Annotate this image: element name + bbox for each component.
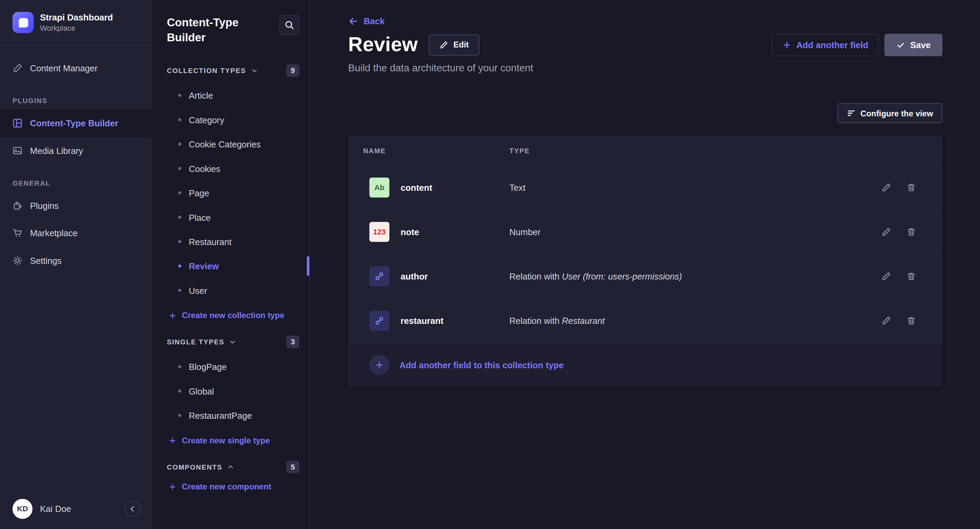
layout-grid-icon: [13, 118, 22, 128]
configure-the-view-button[interactable]: Configure the view: [837, 103, 942, 123]
add-another-field-label: Add another field: [796, 40, 869, 49]
number-field-badge: 123: [369, 222, 389, 242]
trash-icon: [906, 183, 916, 193]
edit-button[interactable]: Edit: [429, 34, 479, 55]
subnav-item-label: Global: [189, 386, 214, 396]
sidebar-item-marketplace[interactable]: Marketplace: [0, 220, 152, 247]
back-label: Back: [364, 16, 385, 26]
sidebar-item-content-manager[interactable]: Content Manager: [0, 54, 152, 82]
sidebar-item-plugins[interactable]: Plugins: [0, 192, 152, 220]
save-button[interactable]: Save: [885, 33, 942, 56]
section-label: COMPONENTS: [167, 463, 223, 471]
subnav-item-restaurant[interactable]: Restaurant: [152, 229, 310, 253]
subnav-item-label: Article: [189, 91, 213, 100]
edit-field-button[interactable]: [880, 314, 892, 327]
image-icon: [13, 146, 22, 156]
chevron-down-icon: [229, 338, 237, 346]
add-another-field-button[interactable]: Add another field: [772, 33, 879, 56]
components-section-header[interactable]: COMPONENTS 5: [152, 460, 310, 474]
field-name: restaurant: [401, 316, 509, 326]
subnav-item-label: BlogPage: [189, 362, 227, 372]
sidebar-item-label: Marketplace: [30, 228, 78, 238]
create-new-component-link[interactable]: Create new component: [152, 482, 310, 491]
subnav-item-cookie-categories[interactable]: Cookie Categories: [152, 132, 310, 156]
subnav-item-label: RestaurantPage: [189, 410, 252, 420]
subnav-item-label: Restaurant: [189, 236, 231, 246]
pencil-icon: [881, 227, 891, 237]
table-row: 123 note Number: [348, 210, 942, 254]
field-type: Relation with Restaurant: [509, 316, 880, 326]
app-window: Strapi Dashboard Workplace Content Manag…: [0, 0, 980, 529]
subnav-title: Content-Type Builder: [167, 15, 264, 45]
delete-field-button[interactable]: [905, 181, 918, 194]
subnav-item-global[interactable]: Global: [152, 379, 310, 403]
add-field-footer-label: Add another field to this collection typ…: [399, 360, 564, 370]
sidebar-item-label: Settings: [30, 256, 62, 266]
brand-title: Strapi Dashboard: [40, 13, 113, 22]
subnav-item-restaurantpage[interactable]: RestaurantPage: [152, 403, 310, 427]
sidebar-item-label: Content-Type Builder: [30, 118, 118, 128]
subnav-item-label: Page: [189, 188, 209, 198]
edit-field-button[interactable]: [880, 270, 892, 283]
strapi-logo-mark: [18, 18, 28, 27]
link-icon: [374, 271, 384, 281]
subnav-item-label: Category: [189, 115, 224, 124]
subnav-item-blogpage[interactable]: BlogPage: [152, 355, 310, 379]
sidebar-item-settings[interactable]: Settings: [0, 247, 152, 274]
sidebar-item-label: Media Library: [30, 146, 83, 156]
collapse-sidebar-button[interactable]: [124, 501, 141, 517]
content-type-builder-subnav: Content-Type Builder COLLECTION TYPES 9 …: [152, 0, 310, 529]
bullet: [178, 191, 181, 194]
plus-icon: [783, 40, 792, 49]
bullet: [178, 216, 181, 219]
single-types-section-header[interactable]: SINGLE TYPES 3: [152, 335, 310, 349]
edit-field-button[interactable]: [880, 226, 892, 238]
save-button-label: Save: [910, 40, 931, 49]
chevron-left-icon: [128, 504, 137, 513]
subnav-item-place[interactable]: Place: [152, 205, 310, 229]
create-new-collection-type-link[interactable]: Create new collection type: [152, 311, 310, 320]
filter-lines-icon: [846, 109, 856, 118]
subnav-item-label: Place: [189, 212, 210, 222]
table-row: restaurant Relation with Restaurant: [348, 299, 942, 343]
field-name: note: [401, 227, 509, 237]
edit-field-button[interactable]: [880, 181, 892, 194]
user-row: KD Kai Doe: [0, 489, 152, 529]
collection-types-section-header[interactable]: COLLECTION TYPES 9: [152, 64, 310, 78]
delete-field-button[interactable]: [905, 226, 918, 238]
arrow-left-icon: [348, 16, 358, 26]
brand-subtitle: Workplace: [40, 24, 113, 33]
back-link[interactable]: Back: [348, 16, 385, 26]
fields-table: NAME TYPE Ab content Text 123 note Numbe…: [348, 135, 942, 387]
page-subtitle: Build the data architecture of your cont…: [348, 62, 942, 74]
collection-types-list: Article Category Cookie Categories Cooki…: [152, 83, 310, 303]
search-button[interactable]: [280, 15, 300, 35]
subnav-item-label: Review: [189, 261, 219, 271]
add-field-to-collection-button[interactable]: Add another field to this collection typ…: [348, 343, 942, 387]
delete-field-button[interactable]: [905, 314, 918, 327]
plus-icon: [169, 437, 177, 444]
field-name: content: [401, 183, 509, 193]
sidebar-item-content-type-builder[interactable]: Content-Type Builder: [0, 110, 152, 137]
subnav-item-review[interactable]: Review: [152, 254, 310, 278]
page-title: Review: [348, 33, 418, 56]
table-row: Ab content Text: [348, 166, 942, 210]
subnav-item-page[interactable]: Page: [152, 180, 310, 205]
subnav-item-cookies[interactable]: Cookies: [152, 156, 310, 180]
strapi-logo: [13, 12, 34, 33]
user-name: Kai Doe: [40, 504, 71, 514]
subnav-item-category[interactable]: Category: [152, 107, 310, 132]
single-types-list: BlogPage Global RestaurantPage: [152, 355, 310, 428]
delete-field-button[interactable]: [905, 270, 918, 283]
sidebar-item-media-library[interactable]: Media Library: [0, 137, 152, 164]
search-icon: [284, 20, 294, 30]
text-field-badge: Ab: [369, 177, 389, 198]
components-count-badge: 5: [286, 461, 299, 473]
create-new-single-type-link[interactable]: Create new single type: [152, 436, 310, 445]
column-header-name: NAME: [363, 147, 509, 154]
bullet: [178, 264, 181, 268]
subnav-item-article[interactable]: Article: [152, 83, 310, 107]
subnav-item-user[interactable]: User: [152, 278, 310, 303]
collection-types-count-badge: 9: [286, 64, 299, 77]
column-header-type: TYPE: [509, 147, 530, 154]
